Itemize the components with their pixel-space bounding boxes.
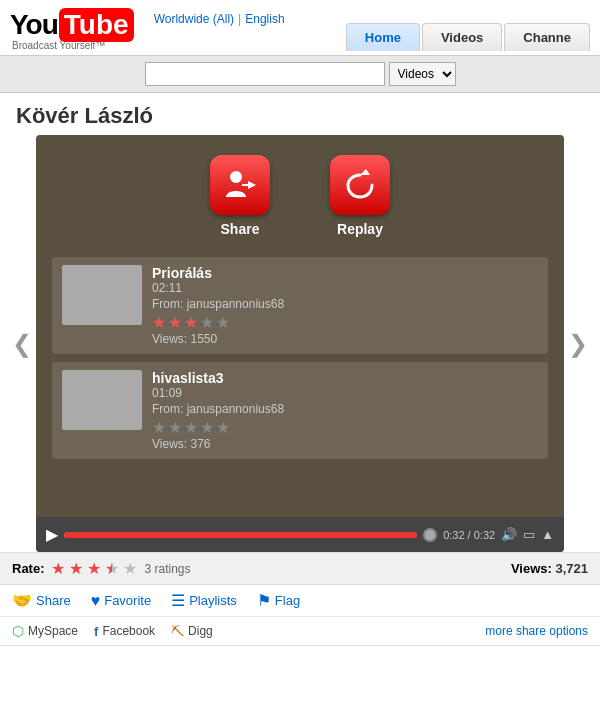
time-display: 0:32 / 0:32	[443, 529, 495, 541]
rate-left: Rate: ★ ★ ★ ★ ★ ★ 3 ratings	[12, 559, 191, 578]
video-stars-2: ★ ★ ★ ★ ★	[152, 418, 538, 437]
video-title-2: hivaslista3	[152, 370, 538, 386]
video-duration-2: 01:09	[152, 386, 538, 400]
video-title-1: Priorálás	[152, 265, 538, 281]
rate-star-1[interactable]: ★	[51, 559, 65, 578]
player-controls: ▶ 0:32 / 0:32 🔊 ▭ ▲	[36, 517, 564, 552]
prev-arrow[interactable]: ❮	[8, 135, 36, 552]
facebook-label: Facebook	[102, 624, 155, 638]
facebook-icon: f	[94, 624, 98, 639]
digg-label: Digg	[188, 624, 213, 638]
volume-icon[interactable]: 🔊	[501, 527, 517, 542]
replay-button[interactable]: Replay	[330, 155, 390, 237]
share-button[interactable]: Share	[210, 155, 270, 237]
play-button[interactable]: ▶	[46, 525, 58, 544]
flag-action[interactable]: ⚑ Flag	[257, 591, 300, 610]
page-title: Kövér László	[0, 93, 600, 135]
video-item-2[interactable]: hivaslista3 01:09 From: januspannonius68…	[52, 362, 548, 459]
views-label: Views:	[511, 561, 552, 576]
share-icon	[210, 155, 270, 215]
video-info-2: hivaslista3 01:09 From: januspannonius68…	[152, 370, 538, 451]
rate-star-2[interactable]: ★	[69, 559, 83, 578]
myspace-icon: ⬡	[12, 623, 24, 639]
progress-bar[interactable]	[64, 532, 417, 538]
svg-point-0	[230, 171, 242, 183]
rate-star-4[interactable]: ★ ★	[105, 559, 119, 578]
flag-action-label: Flag	[275, 593, 300, 608]
views-right: Views: 3,721	[511, 561, 588, 576]
share-action-label: Share	[36, 593, 71, 608]
ratings-count: 3 ratings	[145, 562, 191, 576]
logo: YouTube	[10, 8, 134, 42]
progress-fill	[64, 532, 417, 538]
more-share-link[interactable]: more share options	[485, 624, 588, 638]
tab-channels[interactable]: Channe	[504, 23, 590, 51]
playlists-action-icon: ☰	[171, 591, 185, 610]
screen-icon[interactable]: ▭	[523, 527, 535, 542]
digg-icon: ⛏	[171, 624, 184, 639]
tab-videos[interactable]: Videos	[422, 23, 502, 51]
views-count: 3,721	[555, 561, 588, 576]
video-thumb-2	[62, 370, 142, 430]
favorite-action[interactable]: ♥ Favorite	[91, 592, 151, 610]
expand-icon[interactable]: ▲	[541, 527, 554, 542]
video-stars-1: ★ ★ ★ ★ ★	[152, 313, 538, 332]
video-item-1[interactable]: Priorálás 02:11 From: januspannonius68 ★…	[52, 257, 548, 354]
video-thumb-1	[62, 265, 142, 325]
favorite-action-icon: ♥	[91, 592, 101, 610]
search-select[interactable]: Videos	[389, 62, 456, 86]
video-views-2: Views: 376	[152, 437, 538, 451]
myspace-label: MySpace	[28, 624, 78, 638]
header-links: Worldwide (All) | English	[154, 8, 285, 26]
share-action[interactable]: 🤝 Share	[12, 591, 71, 610]
search-input[interactable]	[145, 62, 385, 86]
header: YouTube Broadcast Yourself™ Worldwide (A…	[0, 0, 600, 56]
search-bar: Videos	[0, 56, 600, 93]
myspace-share[interactable]: ⬡ MySpace	[12, 623, 78, 639]
replay-label: Replay	[337, 221, 383, 237]
rate-bar: Rate: ★ ★ ★ ★ ★ ★ 3 ratings Views: 3,721	[0, 552, 600, 585]
tab-home[interactable]: Home	[346, 23, 420, 51]
logo-tube: Tube	[59, 8, 134, 42]
facebook-share[interactable]: f Facebook	[94, 624, 155, 639]
replay-icon	[330, 155, 390, 215]
player-area: Share Replay Priorálás 02:11	[36, 135, 564, 552]
flag-action-icon: ⚑	[257, 591, 271, 610]
favorite-action-label: Favorite	[104, 593, 151, 608]
playlists-action[interactable]: ☰ Playlists	[171, 591, 237, 610]
video-from-1: From: januspannonius68	[152, 297, 538, 311]
rate-star-3[interactable]: ★	[87, 559, 101, 578]
logo-you: You	[10, 9, 58, 41]
next-arrow[interactable]: ❯	[564, 135, 592, 552]
nav-tabs: Home Videos Channe	[344, 23, 590, 51]
video-info-1: Priorálás 02:11 From: januspannonius68 ★…	[152, 265, 538, 346]
video-from-2: From: januspannonius68	[152, 402, 538, 416]
english-link[interactable]: English	[245, 12, 284, 26]
share-bar: ⬡ MySpace f Facebook ⛏ Digg more share o…	[0, 617, 600, 646]
link-separator: |	[238, 12, 241, 26]
video-views-1: Views: 1550	[152, 332, 538, 346]
action-bar: 🤝 Share ♥ Favorite ☰ Playlists ⚑ Flag	[0, 585, 600, 617]
share-label: Share	[221, 221, 260, 237]
rate-label: Rate:	[12, 561, 45, 576]
worldwide-link[interactable]: Worldwide (All)	[154, 12, 234, 26]
main-content: ❮ Share	[0, 135, 600, 552]
rate-star-5[interactable]: ★	[123, 559, 137, 578]
playlists-action-label: Playlists	[189, 593, 237, 608]
share-replay-row: Share Replay	[36, 135, 564, 247]
logo-area: YouTube Broadcast Yourself™	[10, 8, 134, 51]
digg-share[interactable]: ⛏ Digg	[171, 624, 213, 639]
video-duration-1: 02:11	[152, 281, 538, 295]
progress-knob[interactable]	[423, 528, 437, 542]
video-list: Priorálás 02:11 From: januspannonius68 ★…	[36, 247, 564, 477]
share-action-icon: 🤝	[12, 591, 32, 610]
broadcast-tagline: Broadcast Yourself™	[12, 40, 105, 51]
